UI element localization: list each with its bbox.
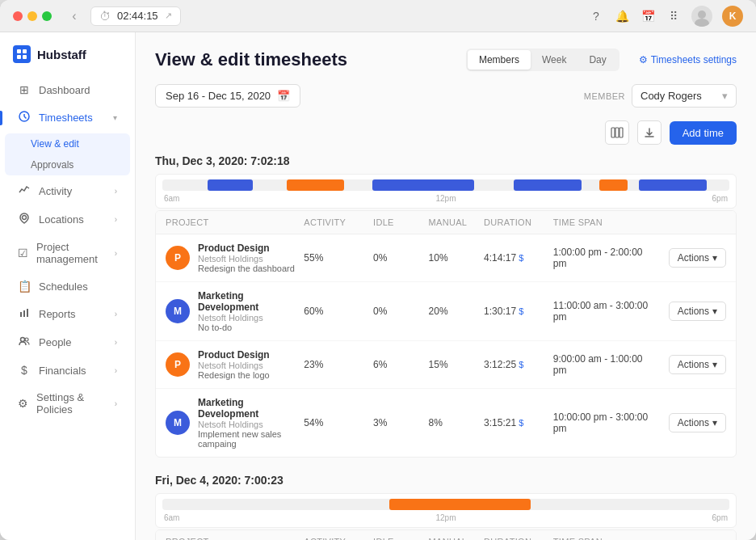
project-management-icon: ☑ (18, 247, 28, 259)
user-avatar-k[interactable]: K (722, 6, 743, 27)
sidebar-item-dashboard[interactable]: ⊞ Dashboard (5, 77, 130, 103)
avatar[interactable] (691, 6, 712, 27)
notifications-icon[interactable]: 🔔 (614, 8, 630, 24)
svg-line-8 (24, 116, 27, 119)
timespan-value: 1:00:00 pm - 2:00:00 pm (553, 247, 657, 269)
timespan-value: 10:00:00 pm - 3:00:00 pm (553, 411, 657, 434)
timer-bar[interactable]: ⏱ 02:44:15 ↗ (90, 6, 181, 26)
sidebar-item-locations[interactable]: Locations › (5, 206, 130, 233)
idle-value: 0% (373, 306, 429, 317)
duration-cell: 3:15:21 $ (484, 417, 553, 428)
sidebar-item-people[interactable]: People › (5, 329, 130, 356)
activity-icon (18, 184, 31, 198)
actions-button[interactable]: Actions ▾ (669, 302, 726, 321)
grid-icon[interactable]: ⠿ (666, 8, 682, 24)
chevron-down-icon: ▾ (712, 252, 717, 264)
tab-week[interactable]: Week (531, 50, 578, 70)
project-cell: P Product Design Netsoft Holdings Redesi… (166, 349, 304, 380)
reports-icon (18, 307, 31, 321)
idle-value: 0% (373, 252, 429, 264)
timespan-value: 11:00:00 am - 3:00:00 pm (553, 300, 657, 323)
sidebar-item-timesheets[interactable]: Timesheets ▾ (5, 104, 130, 131)
gear-icon: ⚙ (639, 54, 648, 65)
timeline-block (639, 179, 707, 191)
sidebar-item-label: Locations (39, 213, 84, 226)
sidebar-item-schedules[interactable]: 📋 Schedules (5, 273, 130, 299)
table-row: P Product Design Netsoft Holdings Redesi… (156, 341, 736, 389)
date-range-text: Sep 16 - Dec 15, 2020 (166, 90, 271, 102)
chevron-down-icon: ▾ (722, 90, 728, 102)
timesheets-settings-link[interactable]: ⚙ Timesheets settings (639, 54, 737, 65)
col-activity: Activity (304, 537, 373, 540)
settings-icon: ⚙ (18, 397, 28, 410)
duration-cell: 3:12:25 $ (484, 359, 553, 370)
back-button[interactable]: ‹ (65, 6, 84, 26)
date-range-picker[interactable]: Sep 16 - Dec 15, 2020 📅 (155, 84, 300, 108)
tab-day[interactable]: Day (578, 50, 617, 70)
dashboard-icon: ⊞ (18, 83, 31, 96)
fullscreen-button[interactable] (42, 11, 52, 21)
member-section: MEMBER Cody Rogers ▾ (584, 84, 737, 108)
close-button[interactable] (13, 11, 23, 21)
chevron-down-icon: ▾ (113, 113, 117, 122)
sidebar-item-reports[interactable]: Reports › (5, 301, 130, 327)
chevron-right-icon: › (115, 215, 117, 224)
member-label: MEMBER (584, 91, 625, 101)
sidebar-logo: Hubstaff (0, 39, 135, 76)
svg-rect-15 (611, 128, 615, 137)
project-info: Marketing Development Netsoft Holdings I… (198, 397, 304, 449)
chevron-right-icon: › (115, 249, 117, 258)
svg-point-9 (23, 216, 27, 220)
traffic-lights (13, 11, 52, 21)
table-row: P Product Design Netsoft Holdings Redesi… (156, 234, 736, 282)
project-cell: P Product Design Netsoft Holdings Redesi… (166, 243, 304, 273)
sidebar-item-label: Activity (39, 185, 72, 197)
toolbar-row: Sep 16 - Dec 15, 2020 📅 MEMBER Cody Roge… (155, 84, 737, 108)
minimize-button[interactable] (27, 11, 37, 21)
calendar-picker-icon: 📅 (277, 90, 290, 102)
columns-icon-button[interactable] (605, 120, 629, 145)
sidebar: Hubstaff ⊞ Dashboard Timesheets ▾ (0, 32, 136, 540)
sidebar-item-project-management[interactable]: ☑ Project management › (5, 234, 130, 272)
member-dropdown[interactable]: Cody Rogers ▾ (632, 84, 737, 108)
calendar-icon[interactable]: 📅 (640, 8, 656, 24)
project-avatar: P (166, 352, 190, 377)
duration-cell: 4:14:17 $ (484, 252, 553, 264)
actions-button[interactable]: Actions ▾ (669, 413, 726, 432)
titlebar: ‹ ⏱ 02:44:15 ↗ ? 🔔 📅 ⠿ K (0, 0, 756, 32)
project-info: Product Design Netsoft Holdings Redesign… (198, 243, 295, 273)
page-header: View & edit timesheets Members Week Day … (155, 49, 737, 71)
download-icon-button[interactable] (637, 120, 662, 145)
action-toolbar: Add time (155, 120, 737, 145)
duration-cell: 1:30:17 $ (484, 306, 553, 317)
help-icon[interactable]: ? (588, 8, 604, 24)
people-icon (18, 335, 31, 349)
activity-value: 55% (304, 252, 373, 264)
actions-button[interactable]: Actions ▾ (669, 248, 726, 268)
svg-rect-16 (615, 128, 619, 137)
timer-icon: ⏱ (99, 10, 111, 23)
schedules-icon: 📋 (18, 280, 31, 293)
timeline-labels: 6am 12pm 6pm (162, 513, 729, 522)
col-idle: Idle (373, 217, 429, 227)
sidebar-subitem-view-edit[interactable]: View & edit (5, 133, 130, 154)
sidebar-item-settings[interactable]: ⚙ Settings & Policies › (5, 385, 130, 422)
actions-button[interactable]: Actions ▾ (669, 355, 726, 374)
sidebar-item-activity[interactable]: Activity › (5, 178, 130, 205)
day2-section: Fri, Dec 4, 2020: 7:00:23 6am 12pm 6pm P… (155, 474, 737, 540)
sidebar-item-financials[interactable]: $ Financials › (5, 357, 130, 383)
sidebar-sub-menu: View & edit Approvals (5, 133, 130, 175)
table-header: Project Activity Idle Manual Duration Ti… (156, 211, 736, 234)
add-time-button[interactable]: Add time (670, 121, 737, 145)
timeline-block (208, 179, 253, 191)
col-project: Project (166, 537, 304, 540)
day2-header: Fri, Dec 4, 2020: 7:00:23 (155, 474, 737, 487)
table-row: M Marketing Development Netsoft Holdings… (156, 389, 736, 457)
timeline-block (599, 179, 628, 191)
col-idle: Idle (373, 537, 429, 540)
sidebar-subitem-approvals[interactable]: Approvals (5, 154, 130, 175)
timeline-block (389, 499, 531, 510)
tab-members[interactable]: Members (468, 50, 531, 70)
timer-expand-icon[interactable]: ↗ (165, 11, 172, 21)
member-name: Cody Rogers (640, 90, 702, 102)
